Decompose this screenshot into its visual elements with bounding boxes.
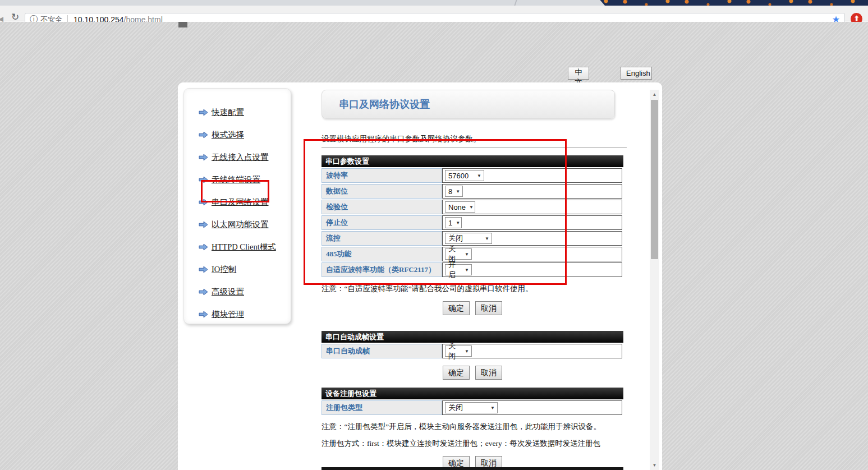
sidebar-item-label[interactable]: 无线终端设置 bbox=[212, 174, 260, 185]
setting-label: 流控 bbox=[322, 231, 442, 246]
page-title: 串口及网络协议设置 bbox=[322, 90, 615, 119]
note-text: 注册包方式：first：模块建立连接时发送注册包；every：每次发送数据时发送… bbox=[322, 439, 623, 449]
sidebar-item[interactable]: 无线终端设置 bbox=[184, 168, 291, 191]
sidebar-item-label[interactable]: 串口及网络设置 bbox=[212, 197, 269, 208]
dropdown-select[interactable]: None▼ bbox=[445, 201, 475, 213]
table-row: 流控关闭▼ bbox=[322, 231, 623, 246]
setting-label: 自适应波特率功能（类RFC2117） bbox=[322, 262, 442, 277]
sidebar-item[interactable]: 串口及网络设置 bbox=[184, 191, 291, 213]
chevron-down-icon: ▼ bbox=[465, 268, 469, 273]
sidebar-item-label[interactable]: 无线接入点设置 bbox=[212, 152, 269, 163]
dropdown-select[interactable]: 57600▼ bbox=[445, 170, 484, 181]
note-text: 注意：“自适应波特率功能”请配合我公司的虚拟串口软件使用。 bbox=[322, 284, 623, 294]
setting-value-cell: 1▼ bbox=[442, 215, 622, 230]
setting-label: 波特率 bbox=[322, 168, 442, 183]
sidebar-item-label[interactable]: 模块管理 bbox=[212, 309, 244, 320]
ok-button[interactable]: 确定 bbox=[443, 366, 470, 380]
table-row: 数据位8▼ bbox=[322, 184, 623, 199]
setting-label: 串口自动成帧 bbox=[322, 344, 442, 358]
dropdown-select[interactable]: 关闭▼ bbox=[445, 233, 492, 244]
selected-value: 开启 bbox=[448, 260, 461, 280]
browser-toolbar: ◄ ↻ ⓘ 不安全 10.10.100.254 /home.html ★ ⬆ bbox=[0, 6, 868, 21]
table-row: 检验位None▼ bbox=[322, 200, 623, 214]
scroll-up-icon[interactable]: ▲ bbox=[650, 90, 659, 99]
selected-value: 8 bbox=[448, 187, 452, 196]
selected-value: 关闭 bbox=[448, 233, 463, 243]
selected-value: None bbox=[448, 203, 466, 211]
settings-section: 串口自动成帧设置串口自动成帧关闭▼确定取消 bbox=[322, 331, 623, 380]
dropdown-select[interactable]: 关闭▼ bbox=[445, 402, 498, 413]
dropdown-select[interactable]: 8▼ bbox=[445, 186, 463, 197]
sidebar-item[interactable]: 以太网功能设置 bbox=[184, 213, 291, 236]
sidebar-item[interactable]: IO控制 bbox=[184, 258, 291, 280]
sidebar-item[interactable]: 模式选择 bbox=[184, 123, 291, 146]
sidebar-item[interactable]: 快速配置 bbox=[184, 101, 291, 123]
sidebar-item[interactable]: 无线接入点设置 bbox=[184, 146, 291, 168]
cancel-button[interactable]: 取消 bbox=[475, 366, 502, 380]
setting-value-cell: 关闭▼ bbox=[442, 231, 622, 246]
sidebar-item-label[interactable]: IO控制 bbox=[212, 264, 236, 275]
button-row: 确定取消 bbox=[322, 301, 623, 315]
table-row: 停止位1▼ bbox=[322, 215, 623, 230]
table-header: 串口参数设置 bbox=[322, 155, 623, 167]
content-panel: 快速配置模式选择无线接入点设置无线终端设置串口及网络设置以太网功能设置HTTPD… bbox=[178, 82, 662, 470]
sidebar-item[interactable]: HTTPD Client模式 bbox=[184, 236, 291, 258]
table-row: 注册包类型关闭▼ bbox=[322, 400, 623, 415]
sidebar-menu: 快速配置模式选择无线接入点设置无线终端设置串口及网络设置以太网功能设置HTTPD… bbox=[183, 88, 291, 324]
blue-arrow-icon bbox=[199, 199, 208, 206]
chevron-down-icon: ▼ bbox=[456, 189, 460, 194]
setting-value-cell: 关闭▼ bbox=[442, 400, 622, 415]
setting-value-cell: 57600▼ bbox=[442, 168, 622, 183]
chevron-down-icon: ▼ bbox=[477, 173, 481, 178]
blue-arrow-icon bbox=[199, 131, 208, 139]
blue-arrow-icon bbox=[199, 221, 208, 228]
dropdown-select[interactable]: 1▼ bbox=[445, 217, 462, 228]
blue-arrow-icon bbox=[199, 243, 208, 251]
cancel-button[interactable]: 取消 bbox=[475, 301, 502, 315]
chevron-down-icon: ▼ bbox=[465, 349, 469, 354]
dark-notch bbox=[178, 22, 187, 27]
sidebar-item-label[interactable]: HTTPD Client模式 bbox=[212, 242, 276, 252]
selected-value: 1 bbox=[448, 219, 452, 227]
scrollbar-thumb[interactable] bbox=[651, 100, 658, 259]
selected-value: 关闭 bbox=[448, 341, 461, 361]
table-header: 设备注册包设置 bbox=[322, 388, 623, 399]
sidebar-item-label[interactable]: 快速配置 bbox=[212, 107, 244, 118]
setting-label: 检验位 bbox=[322, 200, 442, 214]
next-table-header-partial bbox=[322, 467, 623, 470]
sidebar-item-label[interactable]: 模式选择 bbox=[212, 130, 244, 140]
chevron-down-icon: ▼ bbox=[485, 236, 489, 241]
setting-value-cell: 关闭▼ bbox=[442, 247, 622, 261]
sidebar-item[interactable]: 模块管理 bbox=[184, 303, 291, 325]
table-row: 串口自动成帧关闭▼ bbox=[322, 344, 623, 358]
table-row: 自适应波特率功能（类RFC2117）开启▼ bbox=[322, 262, 623, 277]
settings-section: 设备注册包设置注册包类型关闭▼注意：“注册包类型”开启后，模块主动向服务器发送注… bbox=[322, 388, 623, 470]
scroll-down-icon[interactable]: ▼ bbox=[650, 460, 659, 470]
sidebar-item[interactable]: 高级设置 bbox=[184, 280, 291, 303]
dropdown-select[interactable]: 关闭▼ bbox=[445, 345, 472, 357]
ok-button[interactable]: 确定 bbox=[443, 301, 470, 315]
scrollbar[interactable]: ▲ ▼ bbox=[650, 90, 659, 470]
sidebar-item-label[interactable]: 高级设置 bbox=[212, 287, 244, 297]
table-header: 串口自动成帧设置 bbox=[322, 331, 623, 343]
divider bbox=[322, 147, 627, 148]
page-subtitle: 设置模块应用程序的串口参数及网络协议参数。 bbox=[322, 134, 627, 144]
blue-arrow-icon bbox=[199, 266, 208, 273]
sidebar-item-label[interactable]: 以太网功能设置 bbox=[212, 219, 269, 230]
reload-icon[interactable]: ↻ bbox=[10, 12, 20, 22]
dropdown-select[interactable]: 开启▼ bbox=[445, 264, 472, 275]
blue-arrow-icon bbox=[199, 109, 208, 116]
page-background: 中文 English 快速配置模式选择无线接入点设置无线终端设置串口及网络设置以… bbox=[0, 22, 868, 470]
selected-value: 57600 bbox=[448, 172, 469, 180]
setting-label: 注册包类型 bbox=[322, 400, 442, 415]
setting-label: 485功能 bbox=[322, 247, 442, 261]
dropdown-select[interactable]: 关闭▼ bbox=[445, 248, 472, 260]
selected-value: 关闭 bbox=[448, 403, 463, 413]
language-english-button[interactable]: English bbox=[621, 67, 652, 80]
main-content: 串口及网络协议设置 设置模块应用程序的串口参数及网络协议参数。 串口参数设置波特… bbox=[322, 90, 627, 470]
language-chinese-button[interactable]: 中文 bbox=[568, 67, 589, 80]
setting-value-cell: None▼ bbox=[442, 200, 622, 214]
table-row: 485功能关闭▼ bbox=[322, 247, 623, 261]
button-row: 确定取消 bbox=[322, 366, 623, 380]
chevron-down-icon: ▼ bbox=[456, 220, 460, 225]
